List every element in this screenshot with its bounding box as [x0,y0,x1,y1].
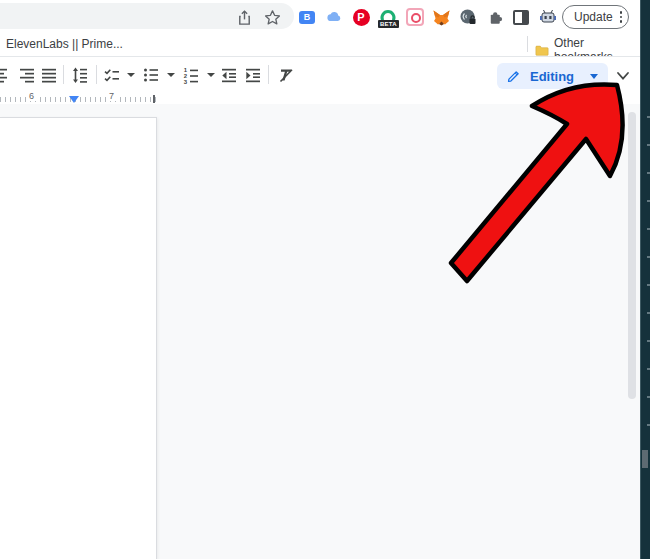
side-panel-icon[interactable] [511,7,531,27]
cloud-extension-icon[interactable] [324,7,344,27]
toolbar-divider [268,65,269,84]
beta-badge: BETA [378,20,399,28]
docs-toolbar: 123 E [0,56,640,93]
update-button[interactable]: Update [562,5,629,29]
bookmark-star-icon[interactable] [262,7,282,27]
bookmarks-bar: ElevenLabs || Prime... Other bookmarks [0,32,640,57]
folder-icon [535,44,549,57]
update-button-label: Update [574,10,613,24]
toolbar-divider [63,65,64,84]
chevron-down-icon [615,69,631,83]
pencil-icon [507,69,521,83]
increase-indent-button[interactable] [242,64,264,86]
pinterest-extension-icon[interactable]: P [351,7,371,27]
b-tag-letter: B [299,11,315,24]
margin-marker[interactable] [153,95,155,103]
bookmark-item[interactable]: ElevenLabs || Prime... [6,37,123,51]
checklist-dropdown-icon[interactable] [127,73,135,77]
ruler-number: 7 [107,91,116,101]
beta-extension-icon[interactable]: BETA [378,7,398,27]
browser-toolbar: B P BETA [0,0,640,32]
b-tag-extension-icon[interactable]: B [297,7,317,27]
justify-button[interactable] [38,64,60,86]
decrease-indent-button[interactable] [218,64,240,86]
svg-text:3: 3 [184,79,188,84]
share-icon[interactable] [234,7,254,27]
mode-label: Editing [530,69,581,84]
mode-editing-button[interactable]: Editing [497,63,608,89]
hide-menus-button[interactable] [610,63,636,89]
robot-extension-icon[interactable] [538,7,558,27]
extensions-puzzle-icon[interactable] [485,7,505,27]
numbered-list-dropdown-icon[interactable] [207,73,215,77]
pink-app-extension-icon[interactable] [405,7,425,27]
bookmarks-divider [527,36,528,52]
align-right-button[interactable] [16,64,38,86]
ruler: 6 7 [0,92,640,104]
toolbar-divider [96,65,97,84]
edge-scroll-fragment [642,450,648,468]
screen: B P BETA [0,0,650,559]
background-window-edge [640,0,650,559]
bulleted-list-dropdown-icon[interactable] [167,73,175,77]
document-page[interactable] [0,117,157,559]
document-canvas [0,104,640,559]
browser-menu-icon[interactable] [620,11,623,23]
align-center-button[interactable] [0,64,11,86]
indent-marker[interactable] [69,96,79,103]
numbered-list-button[interactable]: 123 [180,64,202,86]
line-spacing-button[interactable] [69,64,91,86]
pinterest-letter: P [353,9,370,26]
privacy-lock-extension-icon[interactable] [458,7,478,27]
checklist-button[interactable] [101,64,123,86]
mode-dropdown-icon [590,74,598,79]
bulleted-list-button[interactable] [140,64,162,86]
metamask-extension-icon[interactable] [431,7,451,27]
vertical-scrollbar[interactable] [628,112,636,399]
ruler-number: 6 [27,91,36,101]
clear-formatting-button[interactable] [275,64,297,86]
